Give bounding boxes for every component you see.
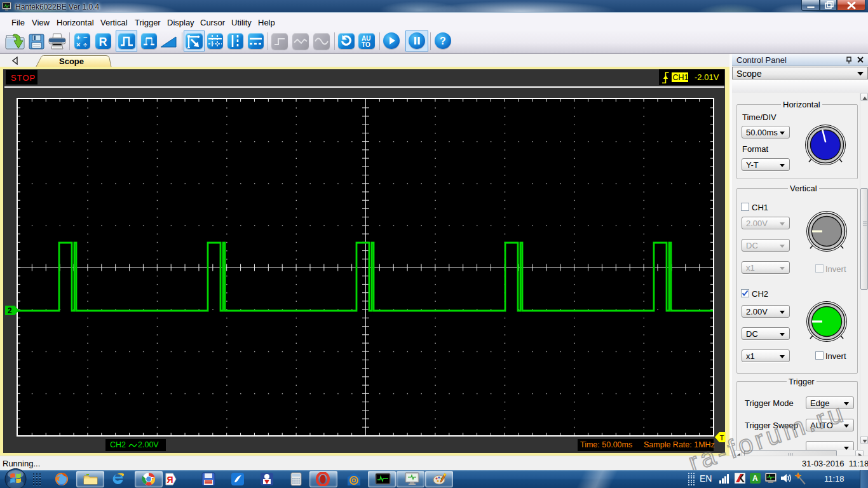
svg-text:Я: Я [167,475,173,485]
svg-text:-2.01V: -2.01V [695,72,719,82]
svg-text:T: T [720,434,724,442]
svg-text:÷: ÷ [83,41,87,48]
svg-text:R: R [99,36,107,48]
svg-text:TO: TO [362,41,370,48]
svg-text:×: × [76,41,80,48]
svg-text:CH1: CH1 [673,73,689,82]
svg-text:A: A [752,474,758,483]
svg-text:2: 2 [8,306,12,315]
svg-text:?: ? [440,36,446,46]
